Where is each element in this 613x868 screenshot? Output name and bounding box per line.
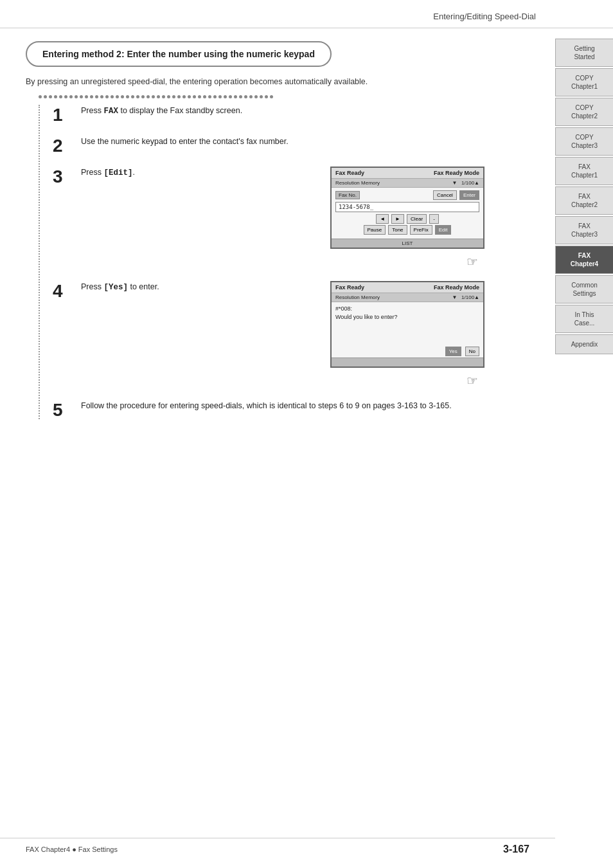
fax-prefix-btn[interactable]: PreFix xyxy=(410,225,432,235)
dot-decoration xyxy=(167,95,170,98)
step-5: 5 Follow the procedure for entering spee… xyxy=(53,400,484,419)
sidebar-tab-fax2[interactable]: FAXChapter2 xyxy=(555,186,613,215)
dot-decoration xyxy=(54,95,57,98)
dot-decoration xyxy=(208,95,211,98)
sidebar-tab-getting-started[interactable]: GettingStarted xyxy=(555,39,613,67)
fax-no-label: Fax No. xyxy=(335,191,360,199)
dot-decoration xyxy=(249,95,253,98)
dot-decoration xyxy=(270,95,273,98)
step-4-number: 4 xyxy=(53,282,71,300)
sidebar-tab-common-settings[interactable]: CommonSettings xyxy=(555,275,613,303)
fax-yes-btn[interactable]: Yes xyxy=(445,347,461,356)
fax-row-label: Fax No. Cancel Enter xyxy=(335,190,479,200)
dot-decoration xyxy=(265,95,268,98)
fax-screen-4-msg: #*008: Would you like to enter? xyxy=(332,302,483,323)
fax-screen-4-title: Fax Ready xyxy=(335,284,364,291)
hand-cursor-icon-4: ☞ xyxy=(466,374,478,388)
page-header: Entering/Editing Speed-Dial xyxy=(0,0,613,28)
fax-bottom-bar-3: LIST xyxy=(332,239,483,248)
step-3-image: Fax Ready Fax Ready Mode Resolution Memo… xyxy=(330,167,484,269)
fax-subheader-left: Resolution Memory xyxy=(335,180,380,186)
fax4-subheader-right: ▼ 1/100▲ xyxy=(452,294,479,300)
dot-decoration xyxy=(49,95,52,98)
fax-edit-btn[interactable]: Edit xyxy=(435,225,452,235)
fax-right-btn[interactable]: ► xyxy=(391,214,404,224)
step-4-content: Press [Yes] to enter. Fax Ready Fax Read… xyxy=(81,281,484,388)
dot-decoration xyxy=(85,95,88,98)
sidebar-tab-copy3[interactable]: COPYChapter3 xyxy=(555,127,613,156)
step-4: 4 Press [Yes] to enter. Fax Ready Fax Re… xyxy=(53,281,484,388)
dot-decoration xyxy=(152,95,155,98)
fax-screen-3-title: Fax Ready xyxy=(335,170,364,176)
step-1: 1 Press FAX to display the Fax standby s… xyxy=(53,105,484,124)
fax-left-btn[interactable]: ◄ xyxy=(376,214,389,224)
fax-screen-4-mode: Fax Ready Mode xyxy=(434,284,479,291)
fax-pause-btn[interactable]: Pause xyxy=(364,225,386,235)
sidebar-tab-copy1[interactable]: COPYChapter1 xyxy=(555,68,613,96)
sidebar-tab-copy2[interactable]: COPYChapter2 xyxy=(555,98,613,126)
fax-screen-4: Fax Ready Fax Ready Mode Resolution Memo… xyxy=(330,281,484,368)
sidebar-tab-fax3[interactable]: FAXChapter3 xyxy=(555,216,613,244)
step-2-content: Use the numeric keypad to enter the cont… xyxy=(81,136,484,148)
header-title: Entering/Editing Speed-Dial xyxy=(433,12,536,21)
main-content: Entering method 2: Enter the number usin… xyxy=(0,28,555,457)
fax-screen-3-subheader: Resolution Memory ▼ 1/100▲ xyxy=(332,179,483,188)
dot-decoration xyxy=(193,95,196,98)
step-3-content: Press [Edit]. Fax Ready Fax Ready Mode R… xyxy=(81,167,484,269)
step-1-number: 1 xyxy=(53,106,71,124)
fax-msg-line1: #*008: xyxy=(335,305,479,313)
dot-decoration xyxy=(198,95,201,98)
fax4-subheader-left: Resolution Memory xyxy=(335,294,380,300)
sidebar-tab-in-this-case[interactable]: In ThisCase... xyxy=(555,305,613,333)
dot-decoration xyxy=(239,95,242,98)
step-5-text: Follow the procedure for entering speed-… xyxy=(81,400,484,412)
fax-dash-btn[interactable]: - xyxy=(429,214,439,224)
sidebar-tab-appendix[interactable]: Appendix xyxy=(555,334,613,354)
step-5-number: 5 xyxy=(53,401,71,419)
step-3-text: Press [Edit]. xyxy=(81,167,311,179)
dot-decoration xyxy=(136,95,139,98)
dot-decoration xyxy=(224,95,227,98)
dot-decoration xyxy=(121,95,124,98)
dot-decoration xyxy=(95,95,98,98)
dot-decoration xyxy=(157,95,160,98)
dot-decoration xyxy=(244,95,247,98)
dot-decoration xyxy=(218,95,222,98)
dot-decoration xyxy=(213,95,217,98)
fax-screen-3-body: Fax No. Cancel Enter 1234-5678_ ◄ xyxy=(332,188,483,239)
dot-decoration xyxy=(131,95,134,98)
footer-page-num: 3-167 xyxy=(503,844,529,855)
fax-yes-no-row: Yes No xyxy=(332,347,483,356)
step-1-content: Press FAX to display the Fax standby scr… xyxy=(81,105,484,118)
fax-input-field[interactable]: 1234-5678_ xyxy=(335,202,479,212)
dot-decoration xyxy=(177,95,181,98)
dot-decoration xyxy=(80,95,83,98)
dot-decoration xyxy=(147,95,150,98)
dot-decoration xyxy=(64,95,67,98)
dot-decoration xyxy=(105,95,109,98)
fax-screen-3: Fax Ready Fax Ready Mode Resolution Memo… xyxy=(330,167,484,249)
dot-decoration xyxy=(126,95,129,98)
dot-decoration xyxy=(90,95,93,98)
dot-decoration xyxy=(141,95,145,98)
fax-no-btn[interactable]: No xyxy=(465,347,479,356)
dot-decoration xyxy=(39,95,42,98)
dot-decoration xyxy=(172,95,175,98)
fax-input-row: 1234-5678_ xyxy=(335,202,479,212)
step-4-image: Fax Ready Fax Ready Mode Resolution Memo… xyxy=(330,281,484,388)
intro-text: By pressing an unregistered speed-dial, … xyxy=(26,77,484,86)
dot-decoration xyxy=(69,95,73,98)
step-2-text: Use the numeric keypad to enter the cont… xyxy=(81,136,484,148)
fax-enter-btn[interactable]: Enter xyxy=(459,190,479,200)
hand-cursor-icon-3: ☞ xyxy=(466,255,478,269)
fax-tone-btn[interactable]: Tone xyxy=(388,225,407,235)
fax-screen-4-header: Fax Ready Fax Ready Mode xyxy=(332,282,483,293)
fax-func-btn-row: Pause Tone PreFix Edit xyxy=(335,225,479,235)
sidebar-tab-fax1[interactable]: FAXChapter1 xyxy=(555,157,613,185)
step-3-number: 3 xyxy=(53,168,71,186)
fax-cancel-btn[interactable]: Cancel xyxy=(433,190,457,200)
dot-decoration xyxy=(254,95,258,98)
fax-clear-btn[interactable]: Clear xyxy=(407,214,427,224)
sidebar-tab-fax4[interactable]: FAXChapter4 xyxy=(555,246,613,274)
dot-decoration xyxy=(116,95,119,98)
